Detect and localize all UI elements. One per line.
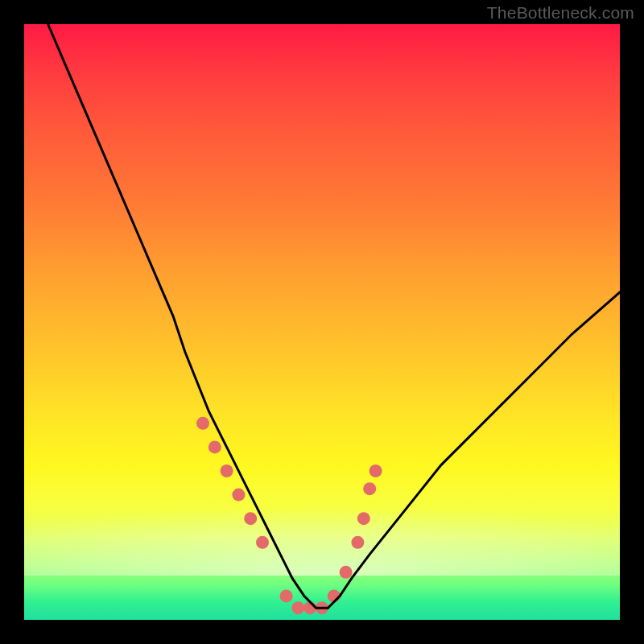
chart-area (24, 24, 620, 620)
marker-dot (351, 536, 364, 549)
marker-dot (244, 512, 257, 525)
chart-svg (24, 24, 620, 620)
marker-dot (208, 440, 221, 453)
marker-dot (221, 464, 233, 477)
marker-dots-group (196, 417, 382, 614)
marker-dot (256, 536, 269, 549)
marker-dot (363, 482, 376, 495)
watermark-label: TheBottleneck.com (487, 3, 634, 23)
marker-dot (291, 601, 304, 614)
marker-dot (357, 512, 370, 525)
bottleneck-curve-path (48, 24, 620, 608)
outer-frame: TheBottleneck.com (0, 0, 644, 644)
marker-dot (369, 464, 382, 477)
marker-dot (280, 589, 293, 602)
marker-dot (340, 566, 353, 579)
marker-dot (196, 417, 209, 430)
marker-dot (232, 489, 245, 502)
